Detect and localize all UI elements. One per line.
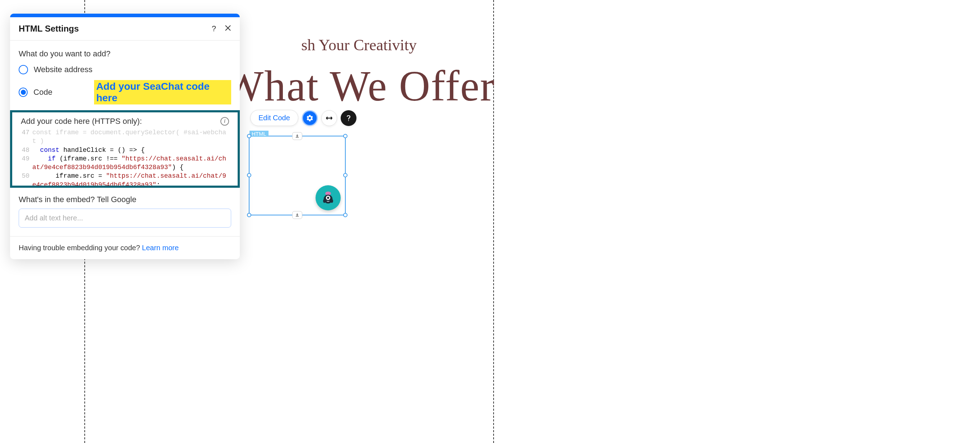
- resize-handle-br[interactable]: [343, 213, 347, 217]
- close-icon[interactable]: [225, 24, 231, 33]
- download-icon: [295, 134, 300, 139]
- stretch-icon: [325, 114, 333, 122]
- guide-line-right: [493, 0, 494, 443]
- resize-handle-tl[interactable]: [247, 134, 251, 138]
- question-label: What do you want to add?: [19, 49, 231, 59]
- seachat-bubble[interactable]: [315, 185, 340, 210]
- radio-website[interactable]: [19, 65, 28, 74]
- selection-tag: HTML: [250, 131, 269, 137]
- alt-text-input[interactable]: [19, 209, 231, 228]
- code-line-content: iframe.src = "https://chat.seasalt.ai/ch…: [32, 172, 229, 186]
- alt-text-label: What's in the embed? Tell Google: [19, 195, 231, 204]
- question-icon: [346, 115, 351, 122]
- code-line-content: const iframe = document.querySelector( #…: [32, 128, 229, 146]
- code-section-highlighted: Add your code here (HTTPS only): i 47 co…: [10, 110, 240, 188]
- edit-code-button[interactable]: Edit Code: [250, 110, 298, 126]
- mascot-icon: [321, 190, 336, 206]
- help-button[interactable]: [340, 110, 356, 126]
- radio-website-label: Website address: [34, 65, 92, 74]
- download-icon: [295, 212, 300, 218]
- html-settings-dialog: HTML Settings ? What do you want to add?…: [10, 14, 240, 259]
- radio-code-row[interactable]: Code Add your SeaChat code here: [19, 80, 231, 104]
- gear-icon: [306, 114, 314, 122]
- resize-handle-bl[interactable]: [247, 213, 251, 217]
- edit-toolbar: Edit Code: [250, 110, 356, 126]
- radio-code-label: Code: [33, 88, 52, 97]
- html-element-selection[interactable]: HTML: [249, 136, 346, 215]
- resize-handle-ml[interactable]: [247, 173, 251, 177]
- resize-handle-mr[interactable]: [343, 173, 347, 177]
- code-line-content: if (iframe.src !== "https://chat.seasalt…: [32, 155, 229, 172]
- dialog-footer: Having trouble embedding your code? Lear…: [10, 236, 240, 259]
- line-number: 49: [21, 155, 32, 172]
- line-number: 48: [21, 146, 32, 155]
- svg-point-4: [323, 199, 326, 203]
- dialog-title: HTML Settings: [19, 24, 79, 34]
- radio-website-row[interactable]: Website address: [19, 65, 231, 74]
- settings-button[interactable]: [302, 110, 318, 126]
- learn-more-link[interactable]: Learn more: [142, 244, 179, 252]
- drag-handle-bottom[interactable]: [292, 211, 302, 219]
- code-section-label: Add your code here (HTTPS only):: [21, 117, 142, 126]
- dialog-accent-bar: [10, 14, 240, 17]
- line-number: 50: [21, 172, 32, 186]
- info-icon[interactable]: i: [220, 117, 229, 126]
- annotation-label: Add your SeaChat code here: [94, 80, 231, 104]
- dialog-help-icon[interactable]: ?: [212, 24, 216, 33]
- resize-handle-tr[interactable]: [343, 134, 347, 138]
- stretch-button[interactable]: [321, 110, 337, 126]
- code-editor[interactable]: 47 const iframe = document.querySelector…: [21, 128, 229, 186]
- svg-point-3: [327, 197, 329, 199]
- radio-code[interactable]: [19, 88, 28, 97]
- footer-text: Having trouble embedding your code?: [19, 244, 142, 252]
- dialog-header: HTML Settings ?: [10, 17, 240, 41]
- line-number: 47: [21, 128, 32, 146]
- drag-handle-top[interactable]: [292, 132, 302, 140]
- code-line-content: const handleClick = () => {: [32, 146, 229, 155]
- svg-point-5: [331, 199, 333, 203]
